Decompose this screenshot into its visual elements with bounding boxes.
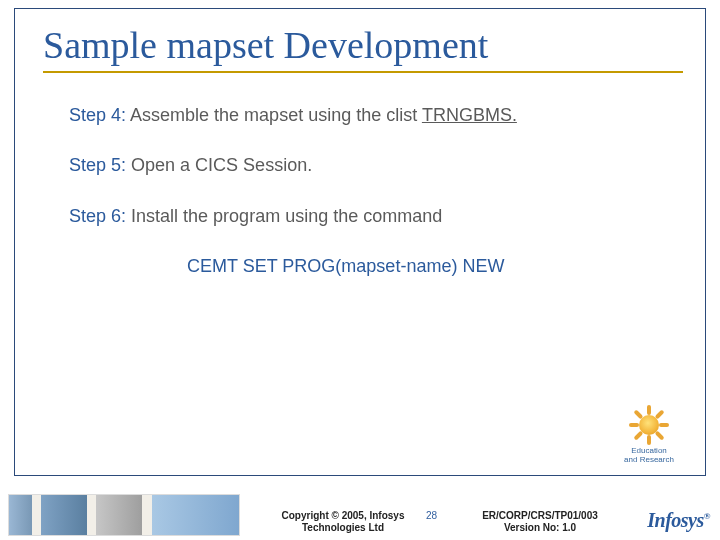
slide: Sample mapset Development Step 4: Assemb… xyxy=(0,0,720,540)
registered-mark: ® xyxy=(704,511,710,521)
slide-title: Sample mapset Development xyxy=(43,23,683,73)
step-4-label: Step 4: xyxy=(69,105,126,125)
command-text: CEMT SET PROG(mapset-name) NEW xyxy=(187,254,689,278)
step-4-text-underline: TRNGBMS. xyxy=(422,105,517,125)
body: Step 4: Assemble the mapset using the cl… xyxy=(69,103,689,278)
step-5-label: Step 5: xyxy=(69,155,126,175)
education-research-logo: Education and Research xyxy=(617,405,681,465)
infosys-logo: Infosys® xyxy=(647,509,710,532)
step-6-text: Install the program using the command xyxy=(131,206,442,226)
content-frame: Sample mapset Development Step 4: Assemb… xyxy=(14,8,706,476)
page-number: 28 xyxy=(426,510,437,521)
step-5: Step 5: Open a CICS Session. xyxy=(69,153,689,177)
edu-logo-line2: and Research xyxy=(617,456,681,465)
footer-copyright: Copyright © 2005, Infosys Technologies L… xyxy=(248,510,438,534)
step-6-label: Step 6: xyxy=(69,206,126,226)
footer-reference: ER/CORP/CRS/TP01/003 Version No: 1.0 xyxy=(460,510,620,534)
ref-line2: Version No: 1.0 xyxy=(504,522,576,533)
step-4: Step 4: Assemble the mapset using the cl… xyxy=(69,103,689,127)
step-5-text: Open a CICS Session. xyxy=(131,155,312,175)
footer: Copyright © 2005, Infosys Technologies L… xyxy=(0,490,720,540)
ref-line1: ER/CORP/CRS/TP01/003 xyxy=(482,510,598,521)
step-6: Step 6: Install the program using the co… xyxy=(69,204,689,228)
step-4-text-a: Assemble the mapset using the clist xyxy=(130,105,422,125)
copyright-line1: Copyright © 2005, Infosys xyxy=(282,510,405,521)
sun-icon xyxy=(629,405,669,445)
infosys-logo-text: Infosys xyxy=(647,509,704,531)
copyright-line2: Technologies Ltd xyxy=(302,522,384,533)
footer-decorative-image xyxy=(8,494,240,536)
